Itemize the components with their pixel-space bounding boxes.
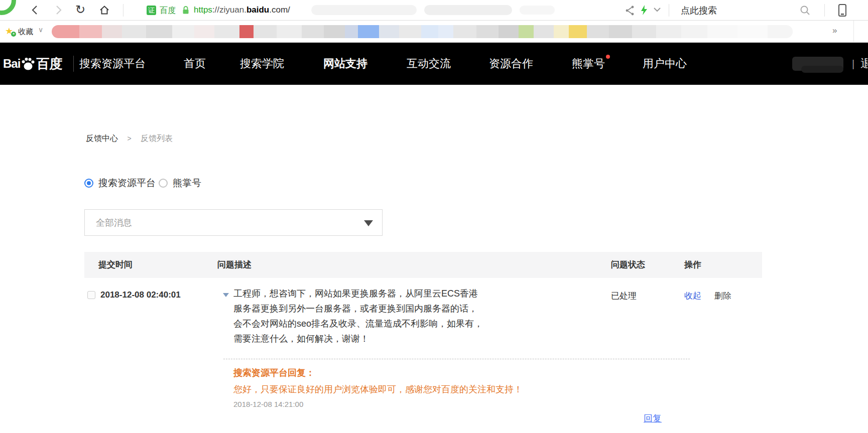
official-reply: 搜索资源平台回复： 您好，只要保证良好的用户浏览体验即可，感谢您对百度的关注和支… [223,359,690,408]
bookmark-item[interactable] [534,25,554,38]
favorites-chevron-icon[interactable]: ∨ [38,26,43,34]
bookmark-item[interactable] [421,25,438,38]
bookmark-item[interactable] [707,25,737,38]
bookmark-item[interactable] [438,25,453,38]
bookmark-item[interactable] [172,25,194,38]
bookmark-item[interactable] [587,25,609,38]
nav-item-academy[interactable]: 搜索学院 [240,43,284,85]
bookmark-item[interactable] [519,25,534,38]
certificate-badge[interactable]: 证 [147,6,156,15]
baidu-paw-icon [21,56,36,71]
site-verify-label[interactable]: 百度 [160,6,176,16]
nav-item-site-support[interactable]: 网站支持 [323,43,367,85]
bookmark-item[interactable] [499,25,519,38]
reply-body: 您好，只要保证良好的用户浏览体验即可，感谢您对百度的关注和支持！ [233,383,690,395]
baidu-logo-cn: 百度 [36,55,62,73]
bookmark-item[interactable] [569,25,587,38]
search-icon[interactable] [799,5,811,17]
collapse-link[interactable]: 收起 [684,290,701,302]
mobile-icon[interactable] [836,4,848,16]
breadcrumb: 反馈中心 > 反馈列表 [86,133,173,144]
chevron-down-icon[interactable] [652,6,664,18]
row-description: 工程师，想咨询下，网站如果更换服务器，从阿里云ECS香港 服务器更换到另外一台服… [233,286,492,346]
speed-mode-icon[interactable] [638,4,650,16]
bookmark-item[interactable] [277,25,302,38]
header-status: 问题状态 [611,252,645,278]
row-checkbox[interactable] [87,291,95,299]
reply-link[interactable]: 回复 [644,412,662,424]
bookmark-item[interactable] [302,25,324,38]
favorites-add-icon: + [11,32,16,37]
nav-item-home[interactable]: 首页 [184,43,206,85]
share-icon[interactable] [624,5,636,17]
nav-item-clipped[interactable]: 退 [860,43,867,85]
bookmark-item[interactable] [194,25,214,38]
lock-icon [182,6,190,15]
bookmark-item[interactable] [254,25,277,38]
bookmark-item[interactable] [768,25,793,38]
breadcrumb-feedback-list: 反馈列表 [141,134,173,142]
bookmarks-bar: ★ + 收藏 ∨ » [0,21,868,43]
search-input[interactable]: 点此搜索 [681,5,717,17]
forward-button[interactable] [52,4,64,16]
bookmark-item[interactable] [79,25,102,38]
url-redaction [520,6,555,15]
bookmarks-divider [853,21,854,43]
bookmark-item[interactable] [632,25,656,38]
bookmark-item[interactable] [453,25,476,38]
bookmark-item[interactable] [681,25,707,38]
bookmark-item[interactable] [214,25,239,38]
feedback-table-header: 提交时间 问题描述 问题状态 操作 [84,252,762,278]
browser-window: ↻ 证 百度 https://ziyuan.baidu.com/ 点此搜索 [0,0,868,433]
bookmark-item[interactable] [122,25,146,38]
breadcrumb-feedback-center[interactable]: 反馈中心 [86,134,118,142]
bookmark-item[interactable] [146,25,172,38]
radio-xiongzhang[interactable] [159,179,168,188]
refresh-button[interactable]: ↻ [75,4,87,16]
url-host-prefix: ://ziyuan. [212,5,246,15]
row-submit-time: 2018-12-08 02:40:01 [100,290,181,300]
collapse-triangle-icon[interactable] [223,293,229,297]
back-button[interactable] [29,4,41,16]
url-path: .com/ [269,5,290,15]
url-domain: baidu [246,5,269,15]
home-button[interactable] [98,4,110,16]
nav-item-user-center[interactable]: 用户中心 [643,43,687,85]
bookmark-item[interactable] [324,25,345,38]
toolbar-divider [669,4,669,17]
bookmark-item[interactable] [554,25,569,38]
baidu-logo[interactable]: Bai 百度 [3,43,62,85]
bookmark-item[interactable] [52,25,79,38]
address-bar[interactable]: https://ziyuan.baidu.com/ [194,5,290,15]
bookmarks-overflow-button[interactable]: » [832,26,837,36]
radio-xiongzhang-label[interactable]: 熊掌号 [173,177,201,190]
bookmark-item[interactable] [358,25,379,38]
breadcrumb-separator: > [127,134,131,142]
bookmark-item[interactable] [399,25,421,38]
nav-item-cooperation[interactable]: 资源合作 [489,43,533,85]
dropdown-arrow-icon [364,220,373,226]
row-status: 已处理 [611,290,637,302]
bookmark-item[interactable] [345,25,358,38]
delete-link[interactable]: 删除 [714,290,731,302]
nav-item-xiongzhang[interactable]: 熊掌号 [572,43,605,85]
platform-title: 搜索资源平台 [79,43,146,85]
bookmark-item[interactable] [239,25,254,38]
brand-divider [73,56,74,72]
bookmark-item[interactable] [656,25,681,38]
toolbar-divider [824,4,825,17]
bookmark-item[interactable] [476,25,499,38]
bookmark-item[interactable] [379,25,399,38]
row-actions: 收起 删除 [684,290,731,302]
radio-search-platform[interactable] [84,179,93,188]
bookmark-item[interactable] [737,25,768,38]
source-filter: 搜索资源平台 熊掌号 [84,177,204,190]
message-type-dropdown[interactable]: 全部消息 [84,209,383,236]
bookmark-item[interactable] [609,25,632,38]
favorites-label[interactable]: 收藏 [18,27,33,37]
bookmark-item[interactable] [102,25,122,38]
baidu-logo-latin: Bai [3,57,20,71]
radio-search-platform-label[interactable]: 搜索资源平台 [98,177,156,190]
feedback-table-row: 2018-12-08 02:40:01 工程师，想咨询下，网站如果更换服务器，从… [84,278,762,433]
nav-item-interaction[interactable]: 互动交流 [407,43,451,85]
